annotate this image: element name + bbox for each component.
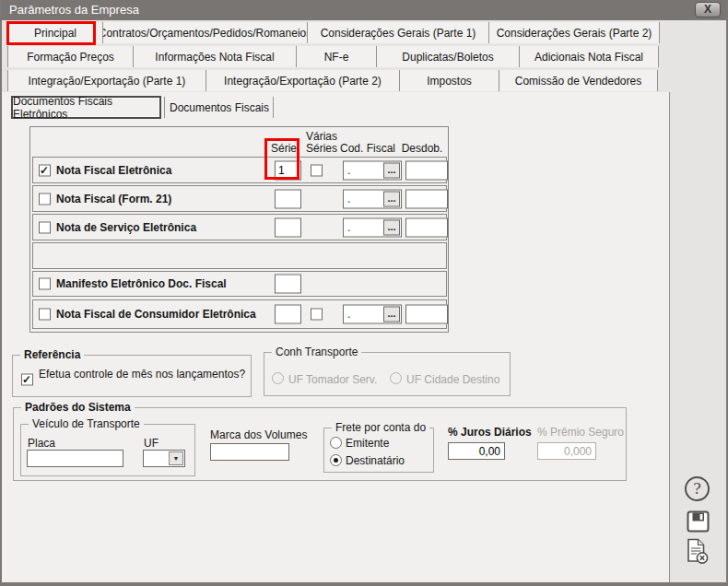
cod-fiscal-combo[interactable]: . ... (343, 305, 402, 324)
combo-value: . (347, 192, 350, 205)
tab-principal[interactable]: Principal (7, 22, 103, 43)
subtab-documentos-fiscais[interactable]: Documentos Fiscais (168, 96, 271, 119)
row-label: Nota Fiscal Eletrônica (56, 164, 171, 177)
serie-input[interactable] (275, 160, 301, 180)
tab-row-1: Principal Contratos/Orçamentos/Pedidos/R… (2, 22, 726, 43)
veiculo-transporte-group: Veículo de Transporte Placa UF ▼ (20, 424, 195, 476)
combo-value: . (347, 163, 350, 176)
row-label: Nota Fiscal (Form. 21) (56, 193, 171, 205)
table-row-nota-fiscal-form21: Nota Fiscal (Form. 21) . ... (32, 185, 447, 212)
group-title: Referência (20, 348, 84, 361)
tab-formacao-precos[interactable]: Formação Preços (7, 46, 134, 67)
cod-fiscal-combo[interactable]: . ... (343, 160, 402, 180)
window-title: Parâmetros da Empresa (2, 0, 726, 20)
uf-label: UF (144, 437, 159, 450)
checkbox-controle-mes[interactable]: ✓ (21, 374, 33, 386)
checkbox-nota-fiscal-eletronica[interactable]: ✓ (39, 164, 51, 176)
radio-uf-cidade-destino[interactable] (390, 372, 402, 384)
cod-fiscal-combo[interactable]: . ... (343, 217, 402, 237)
desdob-input[interactable] (405, 160, 448, 180)
radio-emitente[interactable] (330, 437, 342, 449)
row-label: Nota de Serviço Eletrônica (56, 221, 196, 234)
conh-transporte-group: Conh Transporte UF Tomador Serv. UF Cida… (264, 352, 511, 396)
titlebar: Parâmetros da Empresa X (2, 0, 726, 20)
premio-seguro-label: % Prêmio Seguro (537, 426, 624, 439)
checkbox-nota-fiscal-form21[interactable] (39, 193, 51, 205)
marca-volumes-input[interactable] (210, 443, 289, 461)
padroes-sistema-group: Padrões do Sistema Veículo de Transporte… (13, 407, 627, 481)
ellipsis-button[interactable]: ... (383, 307, 400, 322)
exit-document-icon[interactable] (685, 538, 710, 565)
desdob-input[interactable] (405, 217, 448, 237)
marca-volumes-label: Marca dos Volumes (210, 428, 307, 441)
radio-label: UF Cidade Destino (406, 373, 499, 386)
help-icon[interactable]: ? (685, 476, 710, 501)
varias-series-checkbox[interactable] (311, 164, 323, 176)
checkbox-manifesto-eletronico[interactable] (39, 278, 51, 290)
tab-adicionais-nota-fiscal[interactable]: Adicionais Nota Fiscal (520, 46, 659, 67)
documentos-table: Várias Série Séries Cod. Fiscal Desdob. … (29, 126, 449, 333)
group-title: Padrões do Sistema (21, 401, 135, 414)
group-title: Frete por conta do (332, 421, 429, 434)
ellipsis-button[interactable]: ... (383, 162, 400, 178)
checkbox-nota-servico-eletronica[interactable] (39, 221, 51, 233)
row-label: Manifesto Eletrônico Doc. Fiscal (56, 277, 227, 290)
tab-row-2: Formação Preços Informações Nota Fiscal … (2, 46, 726, 67)
tab-integracao-exportacao-2[interactable]: Integração/Exportação (Parte 2) (206, 70, 400, 91)
tab-consideracoes-gerais-2[interactable]: Considerações Gerais (Parte 2) (489, 22, 660, 43)
checkbox-nfc-eletronica[interactable] (39, 309, 51, 321)
combo-value: . (347, 308, 350, 321)
close-button[interactable]: X (695, 2, 721, 18)
tab-nfe[interactable]: NF-e (297, 46, 377, 67)
check-icon: ✓ (22, 374, 31, 385)
frete-group: Frete por conta do Emitente Destinatário (323, 428, 434, 473)
cod-fiscal-combo[interactable]: . ... (343, 189, 402, 208)
combo-value: . (347, 220, 350, 233)
uf-dropdown[interactable]: ▼ (143, 450, 185, 467)
radio-label: UF Tomador Serv. (288, 373, 377, 386)
tab-duplicatas-boletos[interactable]: Duplicatas/Boletos (377, 46, 520, 67)
header-varias-line1: Várias (305, 130, 338, 143)
table-row-nota-fiscal-eletronica: ✓ Nota Fiscal Eletrônica . ... (32, 157, 447, 183)
tab-consideracoes-gerais-1[interactable]: Considerações Gerais (Parte 1) (308, 22, 489, 43)
header-cod-fiscal: Cod. Fiscal (338, 142, 397, 155)
row-label: Nota Fiscal de Consumidor Eletrônica (56, 308, 256, 321)
radio-uf-tomador[interactable] (272, 372, 284, 384)
tab-impostos[interactable]: Impostos (400, 70, 499, 91)
table-row-nfc-eletronica: Nota Fiscal de Consumidor Eletrônica . .… (32, 299, 447, 329)
checkbox-label: Efetua controle de mês nos lançamentos? (39, 368, 245, 381)
desdob-input[interactable] (405, 189, 448, 208)
radio-label: Emitente (346, 437, 389, 450)
group-title: Conh Transporte (272, 346, 361, 358)
serie-input[interactable] (275, 217, 301, 237)
placa-label: Placa (28, 437, 55, 450)
tab-integracao-exportacao-1[interactable]: Integração/Exportação (Parte 1) (7, 70, 206, 91)
placa-input[interactable] (27, 450, 123, 467)
table-row-manifesto-eletronico: Manifesto Eletrônico Doc. Fiscal (32, 271, 447, 297)
table-row-empty (32, 242, 447, 269)
group-title: Veículo de Transporte (29, 417, 144, 430)
dropdown-arrow-icon[interactable]: ▼ (169, 451, 183, 465)
tab-comissao-vendedores[interactable]: Comissão de Vendedores (499, 70, 658, 91)
save-icon[interactable] (687, 510, 710, 533)
subtab-documentos-fiscais-eletronicos[interactable]: Documentos Fiscais Eletrônicos (11, 96, 161, 119)
varias-series-checkbox[interactable] (311, 309, 323, 321)
tab-contratos[interactable]: Contratos/Orçamentos/Pedidos/Romaneios (103, 22, 308, 43)
table-row-nota-servico-eletronica: Nota de Serviço Eletrônica . ... (32, 214, 447, 240)
header-serie: Série (268, 142, 299, 155)
ellipsis-button[interactable]: ... (383, 191, 400, 206)
serie-input[interactable] (275, 305, 301, 324)
desdob-input[interactable] (405, 305, 448, 324)
parametros-empresa-dialog: Parâmetros da Empresa X Principal Contra… (0, 0, 728, 586)
serie-input[interactable] (275, 275, 301, 294)
serie-input[interactable] (275, 189, 301, 208)
tab-informacoes-nota-fiscal[interactable]: Informações Nota Fiscal (134, 46, 297, 67)
subtab-separator (164, 97, 165, 118)
referencia-group: Referência ✓ Efetua controle de mês nos … (12, 355, 252, 397)
premio-seguro-input[interactable] (537, 442, 596, 460)
header-varias-line2: Séries (305, 142, 338, 155)
radio-destinatario[interactable] (330, 454, 342, 466)
radio-label: Destinatário (346, 454, 405, 467)
ellipsis-button[interactable]: ... (383, 219, 400, 235)
juros-diarios-input[interactable] (448, 442, 505, 460)
